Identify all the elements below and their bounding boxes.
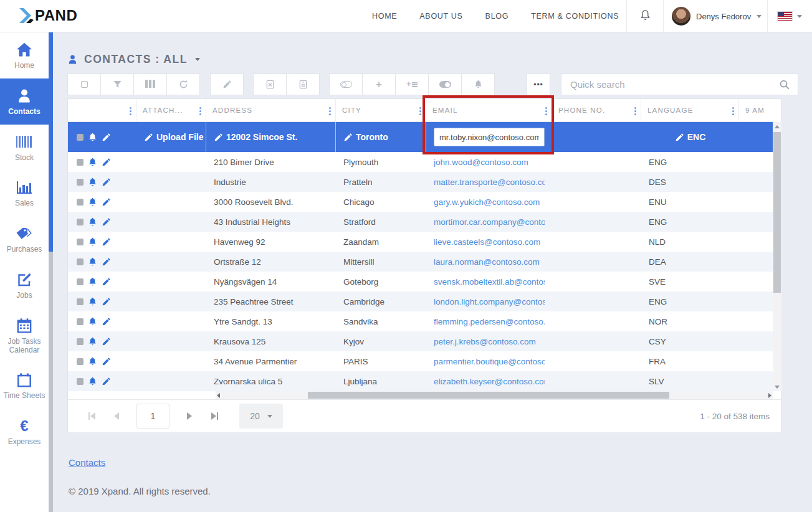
email-link[interactable]: parmentier.boutique@contoso.com — [434, 357, 545, 366]
next-page-button[interactable] — [177, 404, 202, 429]
sidebar-item-home[interactable]: Home — [0, 32, 49, 78]
nav-blog[interactable]: BLOG — [485, 12, 509, 21]
column-header-actions[interactable] — [68, 99, 136, 121]
edit-icon[interactable] — [102, 158, 111, 167]
add-button[interactable]: + — [362, 73, 396, 95]
first-page-button[interactable] — [79, 404, 104, 429]
refresh-button[interactable] — [166, 73, 200, 95]
bell-icon[interactable] — [88, 217, 97, 227]
sidebar-item-stock[interactable]: Stock — [0, 125, 49, 171]
edit-icon[interactable] — [102, 297, 111, 306]
sidebar-scrollbar[interactable] — [49, 32, 53, 512]
column-menu-icon[interactable] — [732, 107, 734, 109]
city-cell[interactable]: Toronto — [336, 122, 426, 152]
row-checkbox[interactable] — [77, 219, 84, 225]
edit-icon[interactable] — [102, 133, 111, 142]
footer-contacts-link[interactable]: Contacts — [69, 457, 105, 468]
email-link[interactable]: london.light.company@contoso.com — [434, 297, 545, 306]
sidebar-item-time-sheets[interactable]: Time Sheets — [0, 363, 49, 409]
edit-icon[interactable] — [102, 317, 111, 326]
column-header-city[interactable]: CITY — [336, 99, 426, 121]
columns-button[interactable] — [133, 73, 167, 95]
edit-icon[interactable] — [102, 178, 111, 187]
bell-icon[interactable] — [88, 133, 97, 142]
edit-icon[interactable] — [102, 237, 111, 247]
row-checkbox[interactable] — [77, 278, 84, 285]
edit-icon[interactable] — [102, 257, 111, 267]
row-checkbox[interactable] — [77, 134, 84, 141]
view-dropdown-icon[interactable] — [195, 58, 200, 61]
table-row[interactable]: 43 Industrial Heights Stratford mortimor… — [68, 212, 773, 232]
table-row[interactable]: 235 Peachtree Street Cambridge london.li… — [68, 292, 773, 311]
row-checkbox[interactable] — [77, 338, 84, 345]
scrollbar-thumb[interactable] — [49, 32, 53, 252]
bell-icon[interactable] — [88, 377, 97, 386]
bell-icon[interactable] — [88, 337, 97, 346]
add-detail-button[interactable] — [395, 73, 429, 95]
row-checkbox[interactable] — [77, 378, 84, 385]
email-link[interactable]: elizabeth.keyser@contoso.com — [434, 377, 545, 386]
scroll-right-icon[interactable] — [768, 393, 771, 398]
table-row[interactable]: Nyängsvägen 14 Goteborg svensk.mobeltext… — [68, 272, 773, 292]
bell-icon[interactable] — [88, 197, 97, 207]
table-row[interactable]: 210 Bimer Drive Plymouth john.wood@conto… — [68, 152, 773, 172]
row-checkbox[interactable] — [77, 318, 84, 325]
email-link[interactable]: peter.j.krebs@contoso.com — [434, 337, 536, 346]
horizontal-scrollbar[interactable] — [216, 391, 773, 399]
email-link[interactable]: laura.norman@contoso.com — [434, 257, 540, 267]
nav-about-us[interactable]: ABOUT US — [419, 12, 462, 21]
bell-icon[interactable] — [88, 158, 97, 167]
filter-button[interactable] — [100, 73, 134, 95]
email-edit-input[interactable] — [434, 128, 545, 146]
sidebar-item-contacts[interactable]: Contacts — [0, 78, 49, 125]
column-header-attach[interactable]: ATTACH... — [136, 99, 206, 121]
bell-icon[interactable] — [88, 317, 97, 326]
email-link[interactable]: flemming.pedersen@contoso.com — [434, 317, 545, 326]
column-header-language[interactable]: LANGUAGE — [641, 99, 739, 121]
edit-icon[interactable] — [102, 217, 111, 227]
export-excel-button[interactable] — [253, 73, 287, 95]
sidebar-item-job-tasks-calendar[interactable]: Job Tasks Calendar — [0, 308, 49, 363]
edit-icon[interactable] — [102, 277, 111, 287]
table-row[interactable]: Ytre Sandgt. 13 Sandvika flemming.peders… — [68, 311, 773, 331]
notifications-button[interactable] — [626, 0, 664, 32]
column-header-address[interactable]: ADDRESS — [206, 99, 336, 121]
column-header-phone[interactable]: PHONE NO. — [552, 99, 641, 121]
language-cell[interactable]: ENC — [641, 122, 739, 152]
nav-home[interactable]: HOME — [372, 12, 397, 21]
nav-term-conditions[interactable]: TERM & CONDITIONS — [531, 12, 619, 21]
scroll-left-icon[interactable] — [217, 393, 220, 398]
email-link[interactable]: mortimor.car.company@contoso.com — [434, 217, 545, 227]
column-menu-icon[interactable] — [419, 107, 421, 109]
phone-cell[interactable] — [552, 122, 641, 152]
scroll-down-icon[interactable] — [773, 382, 781, 391]
email-link[interactable]: lieve.casteels@contoso.com — [434, 237, 540, 247]
bell-icon[interactable] — [88, 257, 97, 267]
bell-icon[interactable] — [88, 178, 97, 187]
row-checkbox[interactable] — [77, 298, 84, 305]
email-link[interactable]: svensk.mobeltextil.ab@contoso.com — [434, 277, 545, 287]
row-checkbox[interactable] — [77, 239, 84, 245]
toggle-on-button[interactable] — [428, 73, 462, 95]
bell-icon[interactable] — [88, 357, 97, 366]
alerts-button[interactable] — [461, 73, 495, 95]
edit-icon[interactable] — [102, 337, 111, 346]
edit-icon[interactable] — [102, 377, 111, 386]
table-row[interactable]: Krausova 125 Kyjov peter.j.krebs@contoso… — [68, 331, 773, 351]
row-checkbox[interactable] — [77, 159, 84, 166]
search-input[interactable] — [561, 79, 779, 90]
more-button[interactable]: ••• — [527, 73, 550, 95]
selected-table-row[interactable]: Upload File 12002 Simcoe St. Toronto — [68, 122, 773, 152]
bell-icon[interactable] — [88, 277, 97, 287]
page-size-select[interactable]: 20 — [239, 404, 283, 429]
table-row[interactable]: 34 Avenue Parmentier PARIS parmentier.bo… — [68, 351, 773, 371]
sidebar-item-jobs[interactable]: Jobs — [0, 262, 49, 308]
row-checkbox[interactable] — [77, 199, 84, 206]
column-header-9am[interactable]: 9 AM — [739, 99, 773, 121]
edit-icon[interactable] — [102, 357, 111, 366]
edit-icon[interactable] — [102, 197, 111, 207]
xpand-logo[interactable]: PAND — [19, 7, 77, 24]
attach-cell[interactable]: Upload File — [136, 122, 206, 152]
column-menu-icon[interactable] — [634, 107, 636, 109]
scroll-up-icon[interactable] — [773, 122, 781, 131]
